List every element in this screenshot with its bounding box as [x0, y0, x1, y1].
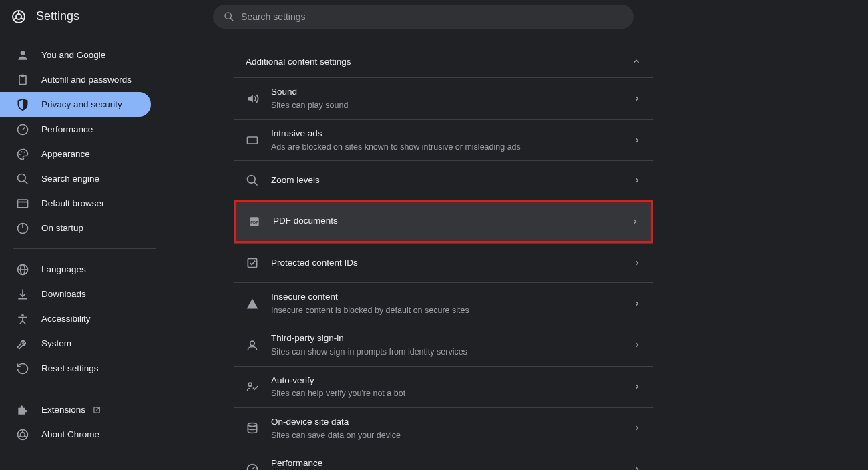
external-link-icon	[92, 405, 101, 415]
divider	[13, 248, 156, 249]
setting-row-site-data[interactable]: On-device site dataSites can save data o…	[234, 407, 653, 449]
sidebar-item-appearance[interactable]: Appearance	[0, 142, 151, 166]
sidebar-item-default-browser[interactable]: Default browser	[0, 191, 151, 216]
setting-row-insecure[interactable]: Insecure contentInsecure content is bloc…	[234, 282, 653, 324]
row-subtitle: Sites can play sound	[271, 100, 628, 111]
sidebar-item-label: Reset settings	[41, 363, 99, 373]
svg-line-4	[21, 18, 24, 19]
sidebar-item-extensions[interactable]: Extensions	[0, 397, 151, 422]
setting-row-auto-verify[interactable]: Auto-verifySites can help verify you're …	[234, 366, 653, 407]
sidebar-item-label: About Chrome	[41, 429, 99, 439]
sidebar-item-label: Extensions	[41, 405, 85, 415]
row-subtitle: Sites can help verify you're not a bot	[271, 388, 628, 399]
setting-row-zoom[interactable]: Zoom levels	[234, 160, 653, 200]
chevron-right-icon	[633, 424, 641, 432]
sidebar-item-label: Accessibility	[41, 314, 91, 324]
sidebar-item-label: Search engine	[41, 174, 99, 184]
row-title: Zoom levels	[271, 174, 628, 187]
section-title: Additional content settings	[246, 57, 351, 67]
row-subtitle: Sites can show sign-in prompts from iden…	[271, 346, 628, 357]
sidebar-item-label: Default browser	[41, 198, 105, 208]
chevron-right-icon	[631, 218, 639, 226]
setting-row-sound[interactable]: SoundSites can play sound	[234, 77, 653, 119]
row-title: Insecure content	[271, 291, 628, 304]
sidebar-item-performance[interactable]: Performance	[0, 117, 151, 142]
sidebar-item-about[interactable]: About Chrome	[0, 422, 151, 447]
sidebar-item-search-engine[interactable]: Search engine	[0, 166, 151, 191]
sidebar-item-downloads[interactable]: Downloads	[0, 282, 151, 306]
browser-icon	[16, 197, 29, 210]
search-icon	[224, 11, 234, 22]
row-title: On-device site data	[271, 416, 628, 429]
chevron-right-icon	[633, 383, 641, 391]
svg-point-5	[225, 13, 231, 19]
chevron-right-icon	[633, 136, 641, 144]
setting-row-intrusive-ads[interactable]: Intrusive adsAds are blocked on sites kn…	[234, 119, 653, 160]
ads-icon	[246, 134, 259, 147]
a11y-icon	[16, 312, 29, 326]
row-title: Sound	[271, 86, 628, 99]
download-icon	[16, 288, 29, 301]
search-container[interactable]	[213, 5, 634, 29]
row-title: PDF documents	[273, 215, 626, 228]
chevron-right-icon	[633, 341, 641, 349]
section-header-additional[interactable]: Additional content settings	[234, 45, 653, 77]
setting-row-perf[interactable]: PerformanceManage sites that will always…	[234, 449, 653, 470]
svg-line-6	[230, 18, 233, 21]
row-subtitle: Ads are blocked on sites known to show i…	[271, 142, 628, 152]
sidebar-item-autofill[interactable]: Autofill and passwords	[0, 67, 151, 92]
stack-icon	[246, 421, 259, 435]
chrome-icon	[11, 9, 27, 25]
row-subtitle: Sites can save data on your device	[271, 430, 628, 441]
userbadge-icon	[246, 338, 259, 352]
page-title: Settings	[36, 9, 79, 23]
sidebar-item-label: Autofill and passwords	[41, 75, 132, 85]
setting-row-protected[interactable]: Protected content IDs	[234, 243, 653, 282]
chevron-right-icon	[633, 176, 641, 184]
chevron-up-icon	[632, 57, 641, 66]
sidebar-item-label: System	[41, 338, 71, 348]
sidebar-item-label: On startup	[41, 223, 83, 233]
sidebar-item-reset[interactable]: Reset settings	[0, 356, 151, 381]
palette-icon	[16, 148, 29, 161]
power-icon	[16, 222, 29, 235]
search-input[interactable]	[241, 11, 623, 22]
speed-icon	[246, 463, 259, 470]
sound-icon	[246, 92, 259, 105]
app-header: Settings	[0, 0, 868, 33]
verify-icon	[246, 380, 259, 393]
row-title: Protected content IDs	[271, 257, 628, 270]
chevron-right-icon	[633, 95, 641, 103]
setting-row-third-party[interactable]: Third-party sign-inSites can show sign-i…	[234, 324, 653, 365]
chevron-right-icon	[633, 259, 641, 267]
wrench-icon	[16, 337, 29, 350]
speed-icon	[16, 123, 29, 136]
shield-icon	[16, 98, 29, 111]
sidebar-item-system[interactable]: System	[0, 331, 151, 356]
setting-row-pdf[interactable]: PDF documents	[236, 202, 651, 241]
row-subtitle: Insecure content is blocked by default o…	[271, 305, 628, 316]
person-icon	[16, 49, 29, 62]
checkbox-icon	[246, 256, 259, 270]
sidebar-item-accessibility[interactable]: Accessibility	[0, 306, 151, 331]
sidebar-item-label: You and Google	[41, 50, 105, 60]
row-title: Third-party sign-in	[271, 332, 628, 345]
svg-line-3	[14, 18, 17, 19]
puzzle-icon	[16, 403, 29, 417]
sidebar-item-on-startup[interactable]: On startup	[0, 216, 151, 240]
pdf-icon	[248, 215, 261, 228]
sidebar: You and GoogleAutofill and passwordsPriv…	[0, 33, 167, 470]
sidebar-item-privacy[interactable]: Privacy and security	[0, 92, 151, 117]
sidebar-item-you-and-google[interactable]: You and Google	[0, 43, 151, 67]
sidebar-item-label: Privacy and security	[41, 99, 122, 109]
chrome-icon	[16, 428, 29, 441]
sidebar-item-languages[interactable]: Languages	[0, 257, 151, 282]
row-title: Performance	[271, 457, 628, 470]
warning-icon	[246, 297, 259, 310]
main-content: Additional content settings SoundSites c…	[167, 33, 868, 470]
globe-icon	[16, 263, 29, 276]
history-icon	[16, 362, 29, 375]
sidebar-item-label: Downloads	[41, 289, 86, 299]
chevron-right-icon	[633, 465, 641, 470]
chevron-right-icon	[633, 300, 641, 308]
